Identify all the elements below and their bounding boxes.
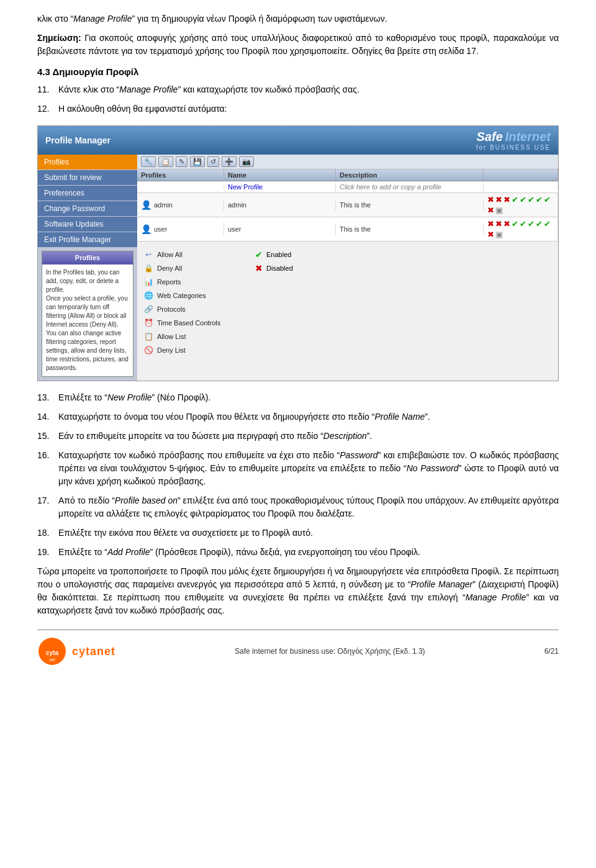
icon-green-u4: ✔ bbox=[536, 219, 543, 228]
intro-paragraph: κλικ στο “Manage Profile” για τη δημιουρ… bbox=[37, 12, 559, 25]
toolbar-btn-6[interactable]: ➕ bbox=[222, 156, 237, 167]
toolbar-btn-4[interactable]: 💾 bbox=[190, 156, 205, 167]
item-19-num: 19. bbox=[37, 546, 55, 559]
pm-menu-col: ↩ Allow All 🔒 Deny All 📊 Reports 🌐 bbox=[143, 248, 243, 357]
pm-header: Profile Manager Safe Internet for BUSINE… bbox=[38, 126, 558, 155]
menu-protocols-label: Protocols bbox=[157, 305, 186, 313]
item-17-text: Από το πεδίο “Profile based on” επιλέξτε… bbox=[58, 494, 559, 520]
td-user-name: user bbox=[224, 224, 336, 235]
menu-reports-label: Reports bbox=[157, 278, 181, 286]
menu-allow-list-label: Allow List bbox=[157, 333, 186, 340]
svg-text:net: net bbox=[49, 658, 55, 662]
th-description: Description bbox=[336, 170, 484, 181]
th-profiles: Profiles bbox=[137, 170, 224, 181]
icon-green-4: ✔ bbox=[536, 195, 543, 204]
toolbar-btn-1[interactable]: 🔧 bbox=[141, 156, 156, 167]
sidebar-item-submit[interactable]: Submit for review bbox=[38, 170, 137, 185]
item-14-num: 14. bbox=[37, 410, 55, 423]
menu-item-web-categories[interactable]: 🌐 Web Categories bbox=[143, 289, 243, 302]
time-controls-icon: ⏰ bbox=[143, 318, 153, 328]
td-user-label: user bbox=[154, 225, 167, 233]
cytanet-logo-icon: cyta net bbox=[37, 636, 67, 666]
sidebar-item-change-password[interactable]: Change Password bbox=[38, 201, 137, 216]
icon-red-4: ✖ bbox=[487, 206, 494, 215]
sidebar-item-software-updates[interactable]: Software Updates bbox=[38, 217, 137, 232]
pm-sidebar: Profiles Submit for review Preferences C… bbox=[38, 155, 137, 381]
item-11-num: 11. bbox=[37, 83, 55, 96]
td-admin-name: admin bbox=[224, 199, 336, 210]
pm-toolbar: 🔧 📋 ✎ 💾 ↺ ➕ 📷 bbox=[137, 155, 558, 170]
footer-text: Safe internet for business use: Οδηγός Χ… bbox=[235, 647, 425, 656]
td-user-desc: This is the bbox=[336, 224, 484, 235]
icon-green-5: ✔ bbox=[544, 195, 551, 204]
toolbar-btn-2[interactable]: 📋 bbox=[158, 156, 173, 167]
item-18-num: 18. bbox=[37, 527, 55, 540]
td-admin-icons: ✖ ✖ ✖ ✔ ✔ ✔ ✔ ✔ ✖ ▣ bbox=[484, 193, 558, 217]
td-new-name[interactable]: New Profile bbox=[224, 181, 336, 192]
menu-item-allow-all[interactable]: ↩ Allow All bbox=[143, 248, 243, 261]
deny-all-icon: 🔒 bbox=[143, 263, 153, 273]
icon-green-u3: ✔ bbox=[528, 219, 535, 228]
td-new-profiles bbox=[137, 185, 224, 189]
protocols-icon: 🔗 bbox=[143, 304, 153, 314]
menu-item-deny-list[interactable]: 🚫 Deny List bbox=[143, 343, 243, 357]
menu-item-time-controls[interactable]: ⏰ Time Based Controls bbox=[143, 316, 243, 330]
sidebar-item-profiles[interactable]: Profiles bbox=[38, 155, 137, 170]
th-name: Name bbox=[224, 170, 336, 181]
pm-faceplate: ↩ Allow All 🔒 Deny All 📊 Reports 🌐 bbox=[137, 242, 558, 363]
logo-safe-text: Safe bbox=[477, 130, 503, 143]
menu-item-deny-all[interactable]: 🔒 Deny All bbox=[143, 261, 243, 275]
list-item-17: 17. Από το πεδίο “Profile based on” επιλ… bbox=[37, 494, 559, 520]
td-admin-desc: This is the bbox=[336, 199, 484, 210]
list-item-18: 18. Επιλέξτε την εικόνα που θέλετε να συ… bbox=[37, 527, 559, 540]
sidebar-item-exit[interactable]: Exit Profile Manager bbox=[38, 232, 137, 247]
status-enabled-label: Enabled bbox=[266, 251, 291, 258]
svg-text:cyta: cyta bbox=[46, 649, 58, 656]
enabled-icon: ✔ bbox=[255, 250, 263, 260]
item-11-text: Κάντε κλικ στο “Manage Profile” και κατα… bbox=[58, 83, 359, 96]
toolbar-btn-3[interactable]: ✎ bbox=[176, 156, 187, 167]
logo-internet-text: Internet bbox=[505, 130, 551, 143]
menu-item-protocols[interactable]: 🔗 Protocols bbox=[143, 302, 243, 316]
item-15-text: Εάν το επιθυμείτε μπορείτε να του δώσετε… bbox=[58, 430, 372, 443]
menu-time-controls-label: Time Based Controls bbox=[157, 319, 220, 327]
icon-green-2: ✔ bbox=[520, 195, 526, 204]
pm-table-header: Profiles Name Description bbox=[137, 170, 558, 181]
pm-status-col: ✔ Enabled ✖ Disabled bbox=[255, 248, 330, 357]
item-17-num: 17. bbox=[37, 494, 55, 520]
menu-item-reports[interactable]: 📊 Reports bbox=[143, 275, 243, 289]
pm-logo: Safe Internet for BUSINESS USE bbox=[476, 130, 551, 151]
page-content: κλικ στο “Manage Profile” για τη δημιουρ… bbox=[37, 12, 559, 666]
pm-main: 🔧 📋 ✎ 💾 ↺ ➕ 📷 Profiles Name Description bbox=[137, 155, 558, 381]
td-admin-label: admin bbox=[154, 201, 173, 209]
brand-name: cytanet bbox=[72, 645, 115, 658]
note-label: Σημείωση: bbox=[37, 33, 81, 43]
item-15-num: 15. bbox=[37, 430, 55, 443]
note-text: Για σκοπούς αποφυγής χρήσης από τους υπα… bbox=[37, 33, 559, 56]
item-16-text: Καταχωρήστε τον κωδικό πρόσβασης που επι… bbox=[58, 449, 559, 488]
list-item-16: 16. Καταχωρήστε τον κωδικό πρόσβασης που… bbox=[37, 449, 559, 488]
sidebar-item-preferences[interactable]: Preferences bbox=[38, 186, 137, 201]
table-row-user: 👤 user user This is the ✖ ✖ ✖ ✔ ✔ ✔ ✔ ✔ bbox=[137, 217, 558, 242]
td-user-icons: ✖ ✖ ✖ ✔ ✔ ✔ ✔ ✔ ✖ ▣ bbox=[484, 217, 558, 241]
status-enabled: ✔ Enabled bbox=[255, 248, 330, 261]
note-block: Σημείωση: Για σκοπούς αποφυγής χρήσης απ… bbox=[37, 32, 559, 58]
table-row-admin: 👤 admin admin This is the ✖ ✖ ✖ ✔ ✔ ✔ ✔ … bbox=[137, 193, 558, 217]
icon-red-1: ✖ bbox=[487, 195, 494, 204]
icon-green-u5: ✔ bbox=[544, 219, 551, 228]
logo-sub-text: for BUSINESS USE bbox=[476, 144, 551, 151]
item-13-text: Επιλέξτε το “New Profile” (Νέο Προφίλ). bbox=[58, 391, 210, 404]
section-title: 4.3 Δημιουργία Προφίλ bbox=[37, 66, 559, 77]
deny-list-icon: 🚫 bbox=[143, 345, 153, 355]
toolbar-btn-7[interactable]: 📷 bbox=[239, 156, 254, 167]
item-18-text: Επιλέξτε την εικόνα που θέλετε να συσχετ… bbox=[58, 527, 313, 540]
icon-red-u1: ✖ bbox=[487, 219, 494, 228]
profile-manager-screenshot: Profile Manager Safe Internet for BUSINE… bbox=[37, 125, 559, 381]
icon-green-u1: ✔ bbox=[512, 219, 518, 228]
menu-item-allow-list[interactable]: 📋 Allow List bbox=[143, 330, 243, 343]
toolbar-btn-5[interactable]: ↺ bbox=[207, 156, 219, 167]
icon-green-3: ✔ bbox=[528, 195, 535, 204]
pm-logo-text: Safe Internet bbox=[477, 130, 551, 144]
icon-gray-u1: ▣ bbox=[495, 230, 503, 239]
menu-deny-all-label: Deny All bbox=[157, 264, 182, 272]
